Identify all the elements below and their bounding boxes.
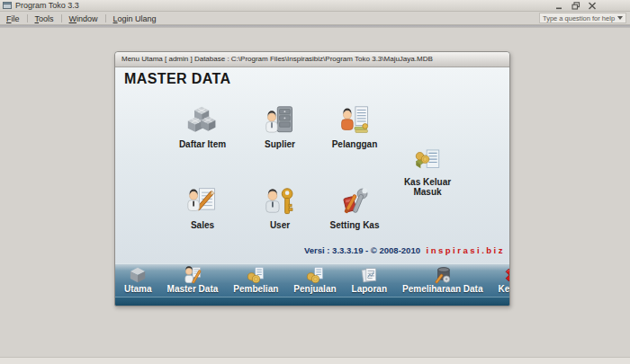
menu-item-sales[interactable]: Sales bbox=[160, 186, 245, 230]
customer-money-icon bbox=[338, 105, 371, 138]
menu-item-label: Setting Kas bbox=[329, 220, 379, 230]
menu-separator bbox=[27, 14, 28, 22]
child-window-titlebar[interactable]: Menu Utama [ admin ] Database : C:\Progr… bbox=[115, 52, 509, 67]
supplier-cabinet-icon bbox=[264, 105, 296, 138]
menu-utama-window: Menu Utama [ admin ] Database : C:\Progr… bbox=[114, 51, 510, 306]
toolbar-button-label: Keluar bbox=[499, 285, 510, 294]
toolbar-button-pembelian[interactable]: Pembelian bbox=[233, 266, 278, 294]
help-question-text: Type a question for help bbox=[543, 14, 615, 22]
app-title: Program Toko 3.3 bbox=[15, 1, 555, 10]
person-pencil-icon bbox=[183, 266, 202, 284]
menu-separator bbox=[61, 14, 62, 22]
toolbar-button-master-data[interactable]: Master Data bbox=[167, 266, 219, 294]
menu-item-setting-kas[interactable]: Setting Kas bbox=[312, 186, 397, 230]
menu-separator bbox=[105, 14, 106, 22]
dropdown-arrow-icon bbox=[617, 16, 623, 20]
mdi-client-area: Menu Utama [ admin ] Database : C:\Progr… bbox=[0, 28, 630, 357]
menu-item-pelanggan[interactable]: Pelanggan bbox=[312, 105, 397, 149]
toolbar-bottom-strip bbox=[115, 297, 509, 306]
red-x-icon bbox=[502, 266, 510, 284]
cash-in-out-icon bbox=[412, 145, 443, 175]
menu-item-label: Sales bbox=[191, 220, 214, 230]
sales-document-icon bbox=[186, 186, 219, 218]
user-key-icon bbox=[264, 186, 296, 218]
menu-item-kas-keluar-masuk[interactable]: Kas Keluar Masuk bbox=[392, 145, 464, 197]
page-title: MASTER DATA bbox=[124, 71, 230, 87]
bottom-toolbar: Utama Master Data bbox=[115, 263, 509, 297]
menu-item-suplier[interactable]: Suplier bbox=[238, 105, 322, 149]
menu-item-label: Pelanggan bbox=[332, 139, 378, 149]
menu-item-label: Suplier bbox=[265, 139, 295, 149]
toolbar-button-label: Pembelian bbox=[233, 285, 278, 294]
boxes-icon bbox=[186, 105, 219, 138]
window-controls bbox=[555, 2, 597, 10]
menu-window[interactable]: Window bbox=[63, 13, 104, 24]
menu-item-daftar-item[interactable]: Daftar Item bbox=[160, 105, 245, 149]
menu-item-user[interactable]: User bbox=[238, 186, 322, 230]
restore-icon[interactable] bbox=[572, 2, 580, 10]
menu-item-label: Daftar Item bbox=[179, 139, 226, 149]
window-bottom-edge bbox=[0, 357, 630, 364]
toolbar-button-laporan[interactable]: Laporan bbox=[352, 266, 387, 294]
toolbar-button-pemeliharaan-data[interactable]: Pemeliharaan Data bbox=[402, 266, 483, 294]
menu-login-ulang[interactable]: Login Ulang bbox=[107, 13, 163, 24]
close-icon[interactable] bbox=[588, 2, 597, 10]
toolbar-button-label: Penjualan bbox=[293, 285, 336, 294]
minimize-icon[interactable] bbox=[555, 2, 564, 10]
toolbar-button-label: Laporan bbox=[352, 285, 387, 294]
coins-document-icon bbox=[305, 266, 325, 284]
toolbar-button-label: Utama bbox=[124, 285, 152, 294]
toolbar-button-label: Pemeliharaan Data bbox=[402, 285, 483, 294]
database-tools-icon bbox=[433, 266, 453, 284]
app-titlebar[interactable]: Program Toko 3.3 bbox=[0, 0, 630, 12]
report-sheets-icon bbox=[359, 266, 379, 284]
box-icon bbox=[128, 266, 148, 284]
toolbar-button-label: Master Data bbox=[167, 285, 219, 294]
help-question-box[interactable]: Type a question for help bbox=[539, 13, 626, 23]
menu-bar: File Tools Window Login Ulang Type a que… bbox=[0, 12, 630, 25]
toolbar-button-keluar[interactable]: Keluar bbox=[499, 266, 510, 294]
version-text: Versi : 3.3.3.19 - © 2008-2010 bbox=[304, 245, 420, 255]
toolbar-button-penjualan[interactable]: Penjualan bbox=[293, 266, 336, 294]
coins-document-icon bbox=[246, 266, 266, 284]
menu-file[interactable]: File bbox=[0, 13, 26, 24]
brand-text: inspirasi.biz bbox=[427, 245, 505, 255]
menu-tools[interactable]: Tools bbox=[29, 13, 60, 24]
master-data-panel: MASTER DATA Daftar Item bbox=[115, 67, 509, 265]
toolbar-button-utama[interactable]: Utama bbox=[124, 266, 152, 294]
menu-item-label: User bbox=[270, 220, 290, 230]
menu-item-label: Kas Keluar Masuk bbox=[392, 177, 464, 197]
version-line: Versi : 3.3.3.19 - © 2008-2010 inspirasi… bbox=[304, 245, 505, 255]
app-icon bbox=[3, 1, 12, 10]
tools-icon bbox=[338, 186, 371, 218]
